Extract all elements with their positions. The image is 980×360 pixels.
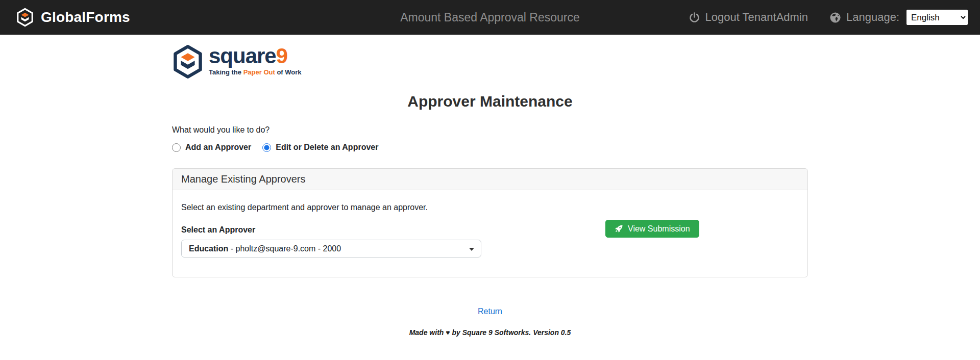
logout-label: Logout TenantAdmin	[705, 11, 808, 24]
power-icon	[689, 12, 700, 23]
radio-edit-delete-approver-label[interactable]: Edit or Delete an Approver	[276, 143, 378, 152]
top-navbar: GlobalForms Amount Based Approval Resour…	[0, 0, 980, 35]
language-select[interactable]: English	[906, 10, 968, 25]
brand-name: GlobalForms	[41, 9, 130, 25]
approver-details: - pholtz@square-9.com - 2000	[228, 244, 341, 253]
approver-department: Education	[189, 244, 228, 253]
approver-dropdown[interactable]: Education - pholtz@square-9.com - 2000	[181, 240, 481, 258]
square9-wordmark: square9	[209, 45, 302, 67]
chevron-down-icon	[469, 248, 474, 251]
mode-radio-group: Add an Approver Edit or Delete an Approv…	[172, 143, 808, 152]
globalforms-brand: GlobalForms	[15, 8, 130, 27]
footer-credit: Made with ♥ by Square 9 Softworks. Versi…	[172, 328, 808, 337]
approver-select-label: Select an Approver	[181, 225, 799, 235]
panel-body: Select an existing department and approv…	[173, 190, 807, 277]
square9-tagline: Taking the Paper Out of Work	[209, 68, 302, 76]
panel-description: Select an existing department and approv…	[181, 203, 799, 212]
square9-nine: 9	[276, 44, 287, 68]
radio-edit-delete-approver-input[interactable]	[262, 143, 271, 152]
square9-logo: square9 Taking the Paper Out of Work	[172, 45, 808, 79]
radio-add-approver-label[interactable]: Add an Approver	[185, 143, 251, 152]
panel-title: Manage Existing Approvers	[173, 169, 807, 190]
language-label: Language:	[846, 11, 899, 24]
question-text: What would you like to do?	[172, 125, 808, 135]
rocket-icon	[615, 224, 623, 233]
radio-edit-delete-approver[interactable]: Edit or Delete an Approver	[262, 143, 378, 152]
language-control: Language:	[829, 11, 899, 24]
manage-approvers-panel: Manage Existing Approvers Select an exis…	[172, 168, 808, 277]
logout-button[interactable]: Logout TenantAdmin	[689, 11, 808, 24]
page-title: Approver Maintenance	[172, 93, 808, 110]
square9-logo-icon	[172, 45, 204, 79]
view-submission-button[interactable]: View Submission	[605, 220, 699, 238]
navbar-right: Logout TenantAdmin Language: English	[689, 10, 968, 25]
square9-wordmark-block: square9 Taking the Paper Out of Work	[209, 45, 302, 76]
radio-add-approver[interactable]: Add an Approver	[172, 143, 251, 152]
view-submission-label: View Submission	[628, 224, 690, 234]
radio-add-approver-input[interactable]	[172, 143, 181, 152]
globe-icon	[829, 12, 841, 23]
return-link[interactable]: Return	[478, 307, 502, 316]
return-wrap: Return	[172, 307, 808, 316]
globalforms-logo-icon	[15, 8, 35, 27]
main-content: square9 Taking the Paper Out of Work App…	[172, 45, 808, 337]
